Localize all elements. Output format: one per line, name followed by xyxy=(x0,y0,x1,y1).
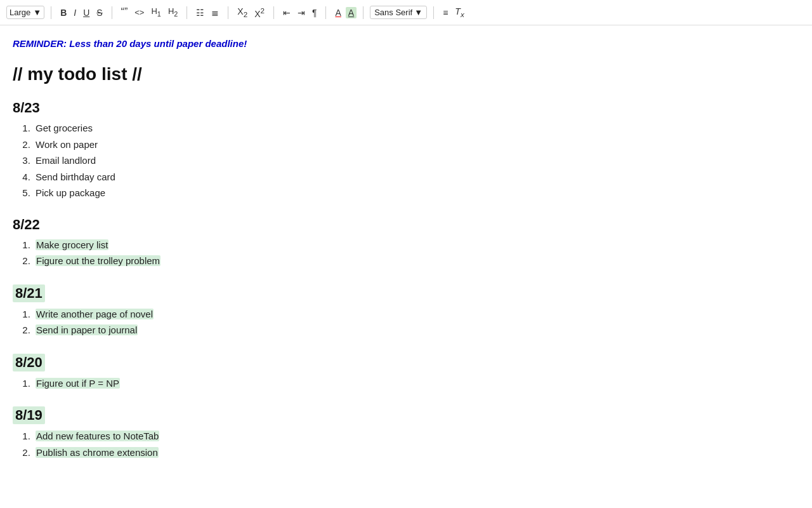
align-left-button[interactable]: ⇤ xyxy=(280,7,293,18)
list-item: Write another page of novel xyxy=(33,306,558,323)
text-format-group: B I U S xyxy=(58,7,105,18)
superscript-button[interactable]: X2 xyxy=(252,6,267,20)
underline-button[interactable]: U xyxy=(81,7,92,18)
clear-format-button[interactable]: Tx xyxy=(452,6,466,19)
more-options-button[interactable]: ≡ xyxy=(440,7,450,18)
h1-button[interactable]: H1 xyxy=(148,6,163,18)
align-group: ⇤ ⇥ ¶ xyxy=(280,7,320,18)
task-list-821: Write another page of novel Send in pape… xyxy=(13,306,558,338)
strikethrough-button[interactable]: S xyxy=(94,7,105,18)
section-822: 8/22 Make grocery list Figure out the tr… xyxy=(13,217,558,269)
font-family-label: Sans Serif xyxy=(374,8,412,17)
task-list-820: Figure out if P = NP xyxy=(13,375,558,392)
section-date-820: 8/20 xyxy=(13,354,45,371)
code-button[interactable]: <> xyxy=(132,7,147,18)
size-selector[interactable]: Large ▼ xyxy=(6,6,44,19)
align-right-button[interactable]: ⇥ xyxy=(295,7,308,18)
section-823: 8/23 Get groceries Work on paper Email l… xyxy=(13,100,558,201)
italic-button[interactable]: I xyxy=(71,7,79,18)
list-item: Work on paper xyxy=(33,137,558,153)
font-color-button[interactable]: A xyxy=(332,7,343,18)
section-date-823: 8/23 xyxy=(13,100,558,116)
unordered-list-button[interactable]: ≣ xyxy=(209,7,221,18)
font-family-dropdown[interactable]: Sans Serif ▼ xyxy=(370,6,427,19)
list-item: Pick up package xyxy=(33,185,558,201)
extra-group: ≡ Tx xyxy=(440,6,467,19)
list-item: Get groceries xyxy=(33,120,558,137)
reminder-text: REMINDER: Less than 20 days until paper … xyxy=(13,38,558,49)
section-date-822: 8/22 xyxy=(13,217,558,233)
list-item: Send in paper to journal xyxy=(33,322,558,338)
section-date-821: 8/21 xyxy=(13,284,45,302)
ordered-list-button[interactable]: ☷ xyxy=(193,7,207,18)
task-list-822: Make grocery list Figure out the trolley… xyxy=(13,237,558,269)
section-820: 8/20 Figure out if P = NP xyxy=(13,354,558,392)
list-format-group: ☷ ≣ xyxy=(193,7,221,18)
task-list-823: Get groceries Work on paper Email landlo… xyxy=(13,120,558,201)
list-item: Publish as chrome extension xyxy=(33,444,558,461)
color-group: A A xyxy=(332,7,357,18)
section-821: 8/21 Write another page of novel Send in… xyxy=(13,284,558,338)
list-item: Figure out if P = NP xyxy=(33,375,558,392)
toolbar: Large ▼ B I U S “” <> H1 H2 ☷ ≣ X2 X2 ⇤ … xyxy=(0,0,812,25)
separator-4 xyxy=(228,6,228,19)
content-area: REMINDER: Less than 20 days until paper … xyxy=(0,25,571,501)
list-item: Figure out the trolley problem xyxy=(33,253,558,269)
font-selector-group: Sans Serif ▼ xyxy=(370,6,427,19)
font-size-label: Large xyxy=(10,8,30,17)
task-list-819: Add new features to NoteTab Publish as c… xyxy=(13,428,558,460)
blockquote-button[interactable]: “” xyxy=(119,6,131,18)
separator-2 xyxy=(112,6,112,19)
separator-5 xyxy=(273,6,274,19)
separator-3 xyxy=(187,6,187,19)
paragraph-button[interactable]: ¶ xyxy=(310,7,320,18)
list-item: Add new features to NoteTab xyxy=(33,428,558,444)
section-819: 8/19 Add new features to NoteTab Publish… xyxy=(13,406,558,460)
subscript-button[interactable]: X2 xyxy=(235,6,250,19)
separator-1 xyxy=(51,6,51,19)
separator-6 xyxy=(325,6,326,19)
font-highlight-button[interactable]: A xyxy=(346,7,357,18)
block-format-group: “” <> H1 H2 xyxy=(119,6,181,18)
font-size-dropdown[interactable]: Large ▼ xyxy=(6,6,44,19)
section-date-819: 8/19 xyxy=(13,406,45,424)
list-item: Send birthday card xyxy=(33,169,558,185)
separator-8 xyxy=(433,6,434,19)
separator-7 xyxy=(363,6,363,19)
list-item: Email landlord xyxy=(33,152,558,169)
page-title: // my todo list // xyxy=(13,64,558,84)
h2-button[interactable]: H2 xyxy=(166,6,180,18)
bold-button[interactable]: B xyxy=(58,7,69,18)
list-item: Make grocery list xyxy=(33,237,558,253)
chevron-down-icon-2: ▼ xyxy=(414,8,422,17)
chevron-down-icon: ▼ xyxy=(33,8,41,17)
script-group: X2 X2 xyxy=(235,6,267,20)
